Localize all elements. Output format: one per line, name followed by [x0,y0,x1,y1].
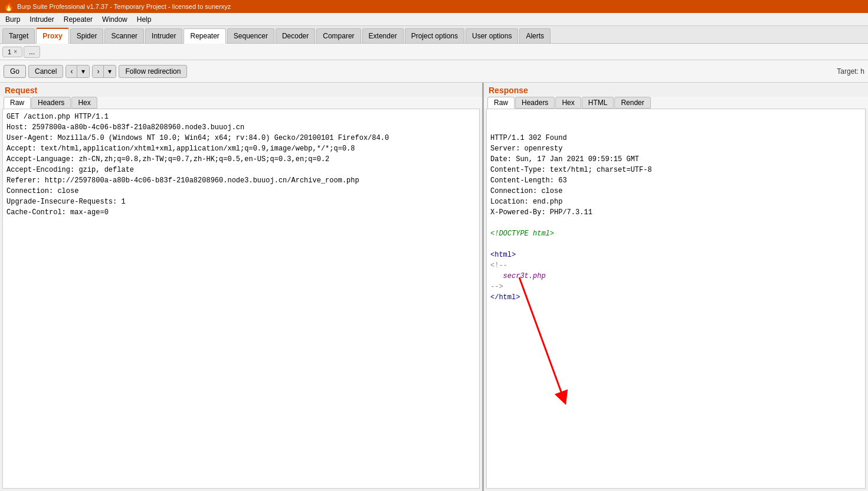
prev-button[interactable]: ‹ [66,66,77,77]
follow-redirection-button[interactable]: Follow redirection [119,65,187,78]
response-blank [490,218,862,228]
tab-1-number: 1 [8,48,11,55]
response-header-line: Location: end.php [490,197,862,207]
response-header-line: Content-Type: text/html; charset=UTF-8 [490,165,862,175]
next-button[interactable]: › [93,66,104,77]
tab-proxy[interactable]: Proxy [36,28,68,44]
response-tab-hex[interactable]: Hex [555,97,581,109]
tab-alerts[interactable]: Alerts [519,28,551,43]
response-content[interactable]: HTTP/1.1 302 FoundServer: openrestyDate:… [486,109,866,489]
request-title: Request [0,83,482,97]
response-blank [490,239,862,250]
tab-repeater[interactable]: Repeater [184,28,225,44]
tab-comparer[interactable]: Comparer [316,28,361,43]
response-text: HTTP/1.1 302 FoundServer: openrestyDate:… [490,133,862,303]
request-panel: Request Raw Headers Hex GET /action.php … [0,83,484,491]
response-comment: --> [490,281,862,292]
menu-window[interactable]: Window [100,15,129,24]
tab-user-options[interactable]: User options [466,28,518,43]
request-line: Connection: close [6,186,476,197]
request-tab-raw[interactable]: Raw [4,97,31,109]
request-line: Accept-Encoding: gzip, deflate [6,165,476,175]
request-content[interactable]: GET /action.php HTTP/1.1Host: 2597800a-a… [2,109,480,489]
tab-sequencer[interactable]: Sequencer [227,28,274,43]
response-tab-render[interactable]: Render [614,97,650,109]
tab-bar: 1 × ... [0,44,868,60]
tab-dots[interactable]: ... [24,46,40,58]
request-line: Cache-Control: max-age=0 [6,207,476,218]
tab-1-close[interactable]: × [14,48,17,55]
response-tab-html[interactable]: HTML [582,97,614,109]
response-header-line: Date: Sun, 17 Jan 2021 09:59:15 GMT [490,154,862,165]
request-tab-1[interactable]: 1 × [2,47,22,57]
response-tag: </html> [490,292,862,303]
request-line: GET /action.php HTTP/1.1 [6,112,476,122]
request-line: Referer: http://2597800a-a80b-4c06-b83f-… [6,175,476,186]
tab-extender[interactable]: Extender [362,28,404,43]
menu-intruder[interactable]: Intruder [28,15,55,24]
response-comment: <!-- [490,260,862,271]
request-line: User-Agent: Mozilla/5.0 (Windows NT 10.0… [6,133,476,143]
title-text: Burp Suite Professional v1.7.37 - Tempor… [17,3,231,10]
request-sub-tabs: Raw Headers Hex [0,97,482,109]
app-icon: 🔥 [4,2,14,11]
response-header-line: Content-Length: 63 [490,175,862,186]
target-label: Target: h [837,67,864,76]
tab-spider[interactable]: Spider [70,28,104,43]
tab-target[interactable]: Target [2,28,35,43]
response-secret: secr3t.php [490,271,862,281]
response-doctype: <!DOCTYPE html> [490,228,862,239]
request-tab-hex[interactable]: Hex [71,97,97,109]
response-header-line: HTTP/1.1 302 Found [490,133,862,143]
cancel-button[interactable]: Cancel [28,65,63,78]
go-button[interactable]: Go [4,65,26,78]
response-tab-headers[interactable]: Headers [515,97,555,109]
title-bar: 🔥 Burp Suite Professional v1.7.37 - Temp… [0,0,868,13]
menu-repeater[interactable]: Repeater [62,15,94,24]
response-header-line: Server: openresty [490,143,862,154]
menu-help[interactable]: Help [135,15,153,24]
menu-burp[interactable]: Burp [4,15,22,24]
response-header-line: Connection: close [490,186,862,197]
prev-nav-group: ‹ ▾ [65,65,90,78]
next-dropdown[interactable]: ▾ [104,66,116,77]
tab-intruder[interactable]: Intruder [145,28,182,43]
response-sub-tabs: Raw Headers Hex HTML Render [484,97,868,109]
response-header-line: X-Powered-By: PHP/7.3.11 [490,207,862,218]
response-panel: Response Raw Headers Hex HTML Render HTT… [484,83,868,491]
request-line: Upgrade-Insecure-Requests: 1 [6,197,476,207]
response-title: Response [484,83,868,97]
tab-scanner[interactable]: Scanner [104,28,144,43]
tab-project-options[interactable]: Project options [405,28,464,43]
request-tab-headers[interactable]: Headers [31,97,71,109]
toolbar: Go Cancel ‹ ▾ › ▾ Follow redirection Tar… [0,60,868,83]
main-content: Request Raw Headers Hex GET /action.php … [0,83,868,491]
menu-bar: Burp Intruder Repeater Window Help [0,13,868,26]
request-line: Accept-Language: zh-CN,zh;q=0.8,zh-TW;q=… [6,154,476,165]
tab-decoder[interactable]: Decoder [276,28,315,43]
response-tab-raw[interactable]: Raw [487,97,515,109]
request-line: Host: 2597800a-a80b-4c06-b83f-210a820896… [6,122,476,133]
nav-tabs: Target Proxy Spider Scanner Intruder Rep… [0,26,868,44]
request-line: Accept: text/html,application/xhtml+xml,… [6,143,476,154]
response-tag: <html> [490,250,862,260]
prev-dropdown[interactable]: ▾ [77,66,89,77]
next-nav-group: › ▾ [92,65,116,78]
